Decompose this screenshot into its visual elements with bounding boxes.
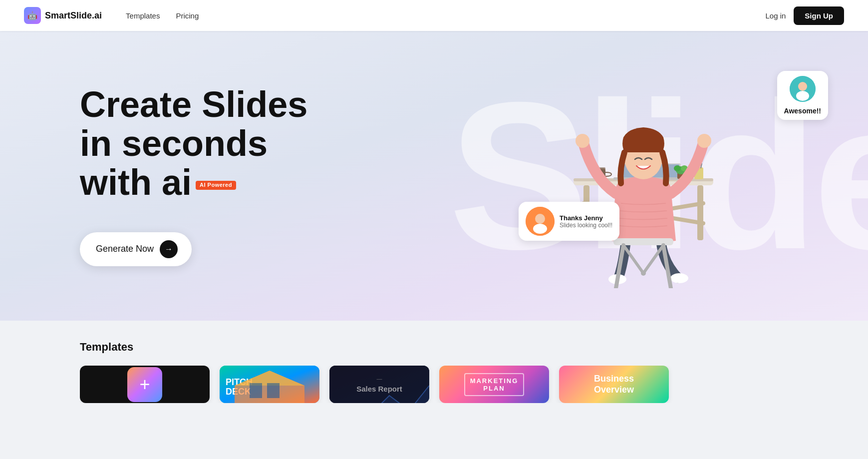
template-card-new[interactable]: + <box>80 366 210 403</box>
templates-grid: + PITCHDECK <box>80 366 788 403</box>
svg-point-32 <box>798 82 807 91</box>
awesome-bubble: Awesome!! <box>777 71 828 120</box>
ai-badge: AI Powered <box>196 181 236 190</box>
templates-title: Templates <box>80 341 788 354</box>
business-overview-label: BusinessOverview <box>594 374 634 395</box>
thanks-text-block: Thanks Jenny Slides looking cool!! <box>560 214 612 229</box>
hero-visual: Slide <box>419 31 868 321</box>
plus-icon: + <box>139 374 150 395</box>
hero-illustration <box>544 63 743 288</box>
hero-title: Create Slides in seconds with aiAI Power… <box>80 85 307 202</box>
svg-point-22 <box>697 134 711 148</box>
thanks-msg: Slides looking cool!! <box>560 222 612 229</box>
svg-point-21 <box>576 134 589 148</box>
hero-title-line3: with aiAI Powered <box>80 162 236 202</box>
templates-section: Templates + <box>0 321 868 403</box>
signup-button[interactable]: Sign Up <box>794 6 844 25</box>
nav-links: Templates Pricing <box>126 11 199 20</box>
pitch-bg: PITCHDECK <box>220 366 319 403</box>
template-card-sales-inner: — Sales Report <box>329 366 429 403</box>
svg-point-35 <box>535 214 545 224</box>
awesome-avatar <box>790 76 816 102</box>
thanks-bubble: Thanks Jenny Slides looking cool!! <box>519 202 619 241</box>
svg-point-30 <box>641 271 646 276</box>
logo[interactable]: 🤖 SmartSlide.ai <box>24 7 102 24</box>
template-card-business-inner: BusinessOverview <box>559 366 669 403</box>
nav-left: 🤖 SmartSlide.ai Templates Pricing <box>24 7 199 24</box>
thanks-avatar <box>526 207 555 236</box>
awesome-text: Awesome!! <box>784 107 821 115</box>
template-card-pitch-inner: PITCHDECK <box>220 366 319 403</box>
template-card-sales[interactable]: — Sales Report <box>329 366 429 403</box>
thanks-name: Thanks Jenny <box>560 214 612 222</box>
logo-text: SmartSlide.ai <box>45 10 102 21</box>
svg-rect-44 <box>329 366 429 403</box>
person-desk-svg <box>544 63 743 288</box>
logo-icon: 🤖 <box>24 7 41 24</box>
cta-label: Generate Now <box>96 244 154 254</box>
template-card-business[interactable]: BusinessOverview <box>559 366 669 403</box>
svg-rect-43 <box>267 383 280 398</box>
generate-now-button[interactable]: Generate Now → <box>80 232 192 266</box>
nav-link-pricing[interactable]: Pricing <box>176 11 199 20</box>
hero-title-line1: Create Slides <box>80 84 307 124</box>
login-button[interactable]: Log in <box>765 11 786 20</box>
new-template-plus: + <box>127 367 162 402</box>
hero-section: Create Slides in seconds with aiAI Power… <box>0 31 868 321</box>
hero-title-line2: in seconds <box>80 123 268 163</box>
svg-point-17 <box>674 165 681 171</box>
svg-point-36 <box>533 224 547 234</box>
template-card-pitch-deck[interactable]: PITCHDECK <box>220 366 319 403</box>
cta-arrow-icon: → <box>160 240 178 258</box>
svg-rect-42 <box>250 383 262 398</box>
nav-right: Log in Sign Up <box>765 6 844 25</box>
svg-point-20 <box>670 273 688 283</box>
nav-link-templates[interactable]: Templates <box>126 11 160 20</box>
svg-point-33 <box>796 91 809 101</box>
navbar: 🤖 SmartSlide.ai Templates Pricing Log in… <box>0 0 868 31</box>
template-card-new-inner: + <box>80 366 210 403</box>
hero-content: Create Slides in seconds with aiAI Power… <box>80 85 307 266</box>
marketing-plan-label: MARKETINGPLAN <box>464 373 525 396</box>
template-card-marketing[interactable]: MARKETINGPLAN <box>439 366 549 403</box>
template-card-marketing-inner: MARKETINGPLAN <box>439 366 549 403</box>
svg-rect-3 <box>697 185 703 240</box>
